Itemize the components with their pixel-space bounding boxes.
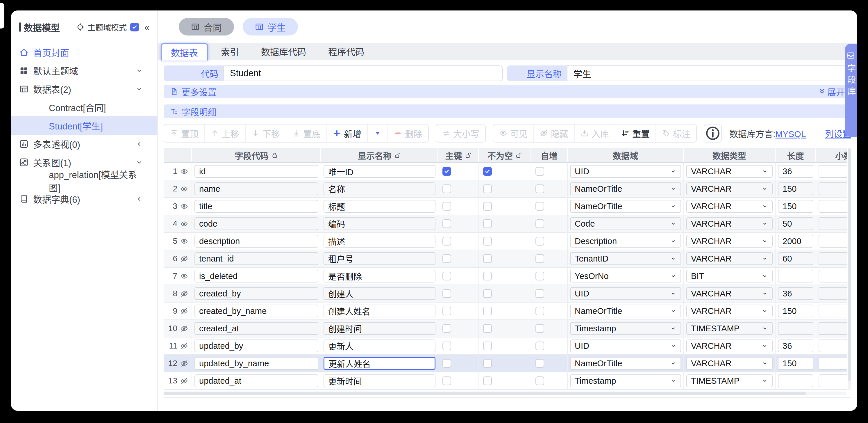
eye-off-icon[interactable] [180, 290, 188, 298]
not-null-checkbox[interactable] [483, 202, 492, 210]
reset-button[interactable]: 重置 [615, 124, 656, 142]
data-domain-select[interactable]: NameOrTitle [570, 182, 681, 195]
field-code-input[interactable]: code [194, 217, 318, 230]
length-input[interactable] [778, 270, 813, 282]
field-code-input[interactable]: updated_by [194, 339, 318, 352]
sidebar-item-home-cover[interactable]: 首页封面 [11, 43, 157, 61]
data-type-select[interactable]: VARCHAR [686, 305, 773, 317]
to-bottom-button[interactable]: 置底 [286, 124, 327, 142]
primary-key-checkbox[interactable] [442, 254, 451, 263]
data-domain-select[interactable]: NameOrTitle [570, 357, 681, 370]
display-name-input[interactable]: 更新人 [323, 339, 435, 352]
auto-increment-checkbox[interactable] [535, 185, 544, 193]
not-null-checkbox[interactable] [483, 167, 492, 176]
display-name-input[interactable]: 更新时间 [323, 374, 435, 387]
eye-icon[interactable] [180, 168, 188, 175]
auto-increment-checkbox[interactable] [535, 342, 544, 350]
decimals-input[interactable] [818, 200, 847, 213]
display-name-input[interactable]: 创建人 [323, 287, 435, 300]
eye-off-icon[interactable] [180, 255, 188, 263]
decimals-input[interactable] [818, 270, 847, 282]
data-type-select[interactable]: VARCHAR [686, 217, 773, 230]
auto-increment-checkbox[interactable] [535, 202, 544, 210]
primary-key-checkbox[interactable] [442, 219, 451, 228]
display-name-input[interactable]: 描述 [323, 235, 435, 248]
auto-increment-checkbox[interactable] [535, 272, 544, 280]
field-code-input[interactable]: name [194, 182, 318, 195]
decimals-input[interactable] [818, 339, 847, 352]
data-domain-select[interactable]: NameOrTitle [570, 305, 681, 317]
field-code-input[interactable]: updated_by_name [194, 357, 318, 370]
display-name-input[interactable]: 创建时间 [323, 322, 435, 335]
data-type-select[interactable]: VARCHAR [686, 339, 773, 352]
display-name-input[interactable]: 创建人姓名 [323, 305, 435, 317]
decimals-input[interactable] [818, 287, 847, 300]
not-null-checkbox[interactable] [483, 376, 492, 385]
not-null-checkbox[interactable] [483, 289, 492, 298]
length-input[interactable]: 50 [778, 217, 813, 230]
not-null-checkbox[interactable] [483, 342, 492, 350]
primary-key-checkbox[interactable] [442, 237, 451, 246]
length-input[interactable]: 2000 [778, 235, 813, 248]
field-code-input[interactable]: updated_at [194, 374, 318, 387]
store-button[interactable]: 入库 [575, 124, 615, 142]
tab-db-code[interactable]: 数据库代码 [252, 43, 315, 60]
vertical-scrollbar-thumb[interactable] [848, 148, 851, 381]
more-settings-bar[interactable]: 更多设置 展开 [164, 85, 851, 98]
field-library-tab[interactable]: 字段库 [845, 44, 857, 137]
field-code-input[interactable]: is_deleted [194, 270, 318, 282]
display-name-input[interactable]: 唯一ID [323, 165, 435, 178]
length-input[interactable] [778, 322, 813, 335]
eye-off-icon[interactable] [180, 360, 188, 367]
primary-key-checkbox[interactable] [442, 359, 451, 368]
eye-off-icon[interactable] [180, 325, 188, 333]
auto-increment-checkbox[interactable] [535, 376, 544, 385]
field-code-input[interactable]: created_by_name [194, 305, 318, 317]
decimals-input[interactable] [818, 217, 847, 230]
eye-off-icon[interactable] [180, 307, 188, 315]
add-more-button[interactable] [368, 124, 388, 142]
decimals-input[interactable] [818, 357, 847, 370]
horizontal-scrollbar[interactable] [164, 392, 847, 395]
data-type-select[interactable]: VARCHAR [686, 165, 773, 178]
length-input[interactable]: 150 [778, 200, 813, 213]
annotate-button[interactable]: 标注 [656, 124, 696, 142]
eye-icon[interactable] [180, 185, 188, 193]
display-name-input[interactable]: 是否删除 [323, 270, 435, 282]
data-domain-select[interactable]: Description [570, 235, 681, 248]
horizontal-scrollbar-thumb[interactable] [164, 392, 806, 395]
auto-increment-checkbox[interactable] [535, 167, 544, 176]
eye-icon[interactable] [180, 272, 188, 280]
data-type-select[interactable]: VARCHAR [686, 182, 773, 195]
data-type-select[interactable]: VARCHAR [686, 252, 773, 265]
field-code-input[interactable]: created_at [194, 322, 318, 335]
auto-increment-checkbox[interactable] [535, 237, 544, 246]
eye-off-icon[interactable] [180, 342, 188, 350]
primary-key-checkbox[interactable] [442, 185, 451, 193]
auto-increment-checkbox[interactable] [535, 324, 544, 333]
decimals-input[interactable] [818, 305, 847, 317]
primary-key-checkbox[interactable] [442, 167, 451, 176]
length-input[interactable]: 60 [778, 252, 813, 265]
decimals-input[interactable] [818, 252, 847, 265]
tab-program-code[interactable]: 程序代码 [319, 43, 374, 60]
data-type-select[interactable]: VARCHAR [686, 357, 773, 370]
primary-key-checkbox[interactable] [442, 324, 451, 333]
tab-data-table[interactable]: 数据表 [161, 43, 208, 60]
sidebar-item-student[interactable]: Student[学生] [11, 116, 157, 135]
length-input[interactable]: 150 [778, 357, 813, 370]
display-name-input[interactable]: 标题 [323, 200, 435, 213]
not-null-checkbox[interactable] [483, 219, 492, 228]
primary-key-checkbox[interactable] [442, 272, 451, 280]
entity-tab-student[interactable]: 学生 [243, 18, 298, 35]
domain-mode-checkbox[interactable] [130, 23, 139, 31]
primary-key-checkbox[interactable] [442, 376, 451, 385]
auto-increment-checkbox[interactable] [535, 219, 544, 228]
field-code-input[interactable]: id [194, 165, 318, 178]
length-input[interactable] [778, 374, 813, 387]
length-input[interactable]: 36 [778, 287, 813, 300]
display-name-input[interactable]: 租户号 [323, 252, 435, 265]
eye-icon[interactable] [180, 237, 188, 245]
not-null-checkbox[interactable] [483, 272, 492, 280]
visible-button[interactable]: 可见 [493, 124, 534, 142]
